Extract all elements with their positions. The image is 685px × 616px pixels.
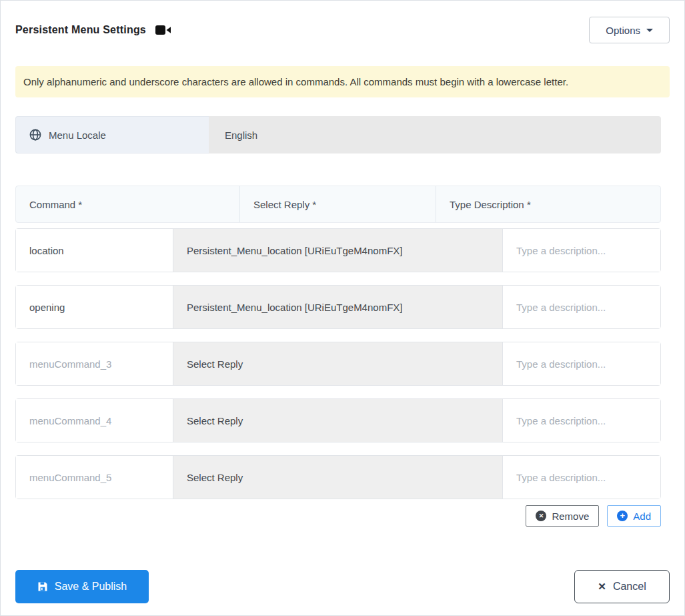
column-header-select-reply: Select Reply * <box>240 186 436 222</box>
add-button[interactable]: + Add <box>607 505 661 527</box>
menu-locale-row: Menu Locale English <box>15 116 661 153</box>
add-circle-icon: + <box>617 511 628 521</box>
description-input[interactable]: Type a description... <box>503 456 660 499</box>
command-rules-banner: Only alphanumeric and underscore charact… <box>15 66 670 97</box>
cancel-button[interactable]: ✕ Cancel <box>574 570 670 603</box>
save-icon <box>37 581 48 592</box>
options-button[interactable]: Options <box>589 17 670 43</box>
footer: Save & Publish ✕ Cancel <box>15 570 670 603</box>
description-input[interactable]: Type a description... <box>503 399 660 442</box>
menu-locale-value[interactable]: English <box>209 116 661 153</box>
menu-locale-value-text: English <box>225 129 257 141</box>
select-reply-dropdown[interactable]: Persistent_Menu_location [URiEuTgeM4nomF… <box>173 286 503 328</box>
table-row: menuCommand_4 Select Reply Type a descri… <box>15 398 661 442</box>
table-row: menuCommand_3 Select Reply Type a descri… <box>15 342 661 386</box>
select-reply-dropdown[interactable]: Select Reply <box>173 399 503 442</box>
command-input[interactable]: menuCommand_3 <box>16 342 173 385</box>
description-input[interactable]: Type a description... <box>503 286 660 328</box>
save-publish-button[interactable]: Save & Publish <box>15 570 149 603</box>
command-input[interactable]: menuCommand_5 <box>16 456 173 499</box>
row-actions: ✕ Remove + Add <box>15 505 661 527</box>
remove-button[interactable]: ✕ Remove <box>526 505 599 527</box>
remove-circle-icon: ✕ <box>536 511 546 521</box>
header: Persistent Menu Settings Options <box>15 17 670 43</box>
page-title: Persistent Menu Settings <box>15 24 146 36</box>
column-header-type-description: Type Description * <box>436 186 660 222</box>
description-input[interactable]: Type a description... <box>503 229 660 272</box>
command-input[interactable]: opening <box>16 286 173 328</box>
column-header-command: Command * <box>16 186 240 222</box>
remove-label: Remove <box>552 511 589 522</box>
add-label: Add <box>633 511 651 522</box>
banner-text: Only alphanumeric and underscore charact… <box>23 76 568 87</box>
cancel-x-icon: ✕ <box>598 581 606 593</box>
header-left: Persistent Menu Settings <box>15 24 171 36</box>
command-input[interactable]: menuCommand_4 <box>16 399 173 442</box>
table-row: menuCommand_5 Select Reply Type a descri… <box>15 455 661 499</box>
select-reply-dropdown[interactable]: Select Reply <box>173 342 503 385</box>
menu-locale-label-cell: Menu Locale <box>15 116 209 153</box>
table-row: opening Persistent_Menu_location [URiEuT… <box>15 285 661 329</box>
options-label: Options <box>606 25 640 36</box>
cancel-label: Cancel <box>613 581 646 593</box>
select-reply-dropdown[interactable]: Select Reply <box>173 456 503 499</box>
select-reply-dropdown[interactable]: Persistent_Menu_location [URiEuTgeM4nomF… <box>173 229 503 272</box>
table-row: location Persistent_Menu_location [URiEu… <box>15 228 661 272</box>
save-publish-label: Save & Publish <box>55 581 127 593</box>
menu-locale-label: Menu Locale <box>49 129 106 141</box>
table-header: Command * Select Reply * Type Descriptio… <box>15 186 661 223</box>
command-input[interactable]: location <box>16 229 173 272</box>
globe-icon <box>29 129 41 141</box>
description-input[interactable]: Type a description... <box>503 342 660 385</box>
video-camera-icon <box>155 25 171 35</box>
chevron-down-icon <box>646 29 653 32</box>
